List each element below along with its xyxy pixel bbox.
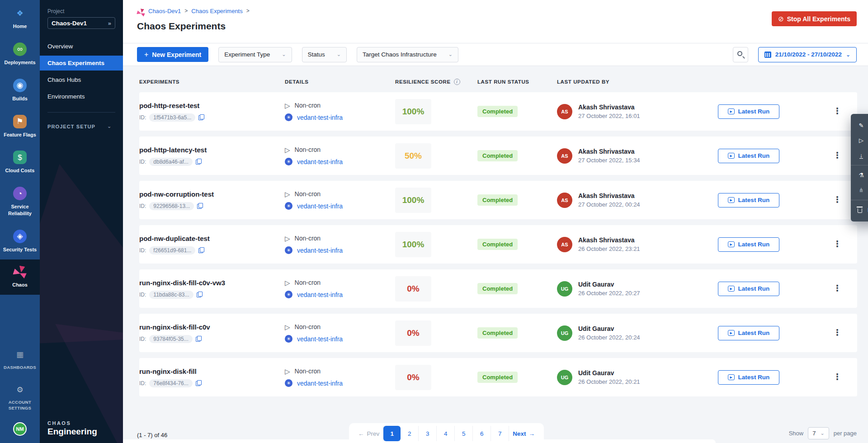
infrastructure-link[interactable]: vedant-test-infra [297, 380, 343, 387]
experiment-row: run-nginx-disk-fillID:76e8f434-76...▷Non… [139, 358, 857, 396]
page-button-3[interactable]: 3 [419, 426, 437, 441]
page-size-select[interactable]: 7 ⌄ [808, 427, 829, 439]
stop-all-experiments-button[interactable]: ⊘ Stop All Experiments [772, 11, 857, 26]
rail-item-label: Security Tests [3, 246, 37, 253]
page-button-5[interactable]: 5 [455, 426, 473, 441]
infrastructure-link[interactable]: vedant-test-infra [297, 291, 343, 298]
new-experiment-button[interactable]: + New Experiment [137, 47, 208, 62]
infrastructure-link[interactable]: vedant-test-infra [297, 247, 343, 254]
copy-icon[interactable] [196, 380, 201, 386]
rail-item-cloud-costs[interactable]: $Cloud Costs [0, 144, 40, 180]
copy-icon[interactable] [196, 336, 201, 342]
latest-run-button[interactable]: ▶Latest Run [718, 193, 779, 207]
menu-item-run-experiment[interactable]: Run Experiment [851, 133, 868, 148]
row-menu-button[interactable]: ⋮ [817, 375, 857, 379]
rail-item-chaos[interactable]: Chaos [0, 259, 40, 295]
search-button[interactable] [733, 47, 748, 62]
column-header-last-updated-by: LAST UPDATED BY [557, 79, 718, 85]
page-button-4[interactable]: 4 [437, 426, 455, 441]
rail-item-security-tests[interactable]: ◈Security Tests [0, 223, 40, 259]
experiment-name[interactable]: pod-nw-duplicate-test [139, 235, 285, 242]
avatar: UG [557, 370, 572, 385]
updated-at: 26 October 2022, 23:21 [578, 245, 640, 252]
menu-item-edit-experiment[interactable]: Edit Experiment [851, 118, 868, 133]
infrastructure-link[interactable]: vedant-test-infra [297, 203, 343, 210]
rail-item-deployments[interactable]: ∞Deployments [0, 36, 40, 72]
user-avatar[interactable]: NM [13, 422, 27, 436]
page-button-7[interactable]: 7 [491, 426, 509, 441]
experiment-name[interactable]: run-nginx-disk-fill [139, 368, 285, 375]
menu-item-delete-experiment[interactable]: Delete Experiment [851, 203, 868, 217]
filter-status[interactable]: Status⌄ [302, 47, 347, 62]
run-view-icon: ▶ [728, 286, 735, 292]
page-button-1[interactable]: 1 [383, 426, 401, 441]
menu-item-add-to-chaos-hub[interactable]: Add to Chaos Hub [851, 168, 868, 183]
rail-item-dashboards[interactable]: ▦DASHBOARDS [0, 342, 40, 377]
breadcrumb-link[interactable]: Chaos Experiments [191, 8, 242, 14]
infrastructure-link[interactable]: vedant-test-infra [297, 114, 343, 121]
rail-item-label: Service Reliability [1, 203, 39, 217]
experiment-name[interactable]: pod-http-reset-test [139, 102, 285, 109]
page-title: Chaos Experiments [137, 21, 854, 32]
sidebar-item-chaos-experiments[interactable]: Chaos Experiments [40, 56, 123, 71]
copy-icon[interactable] [198, 247, 203, 253]
latest-run-button[interactable]: ▶Latest Run [718, 326, 779, 340]
updated-by-name: Udit Gaurav [578, 325, 640, 332]
copy-icon[interactable] [196, 159, 201, 165]
copy-icon[interactable] [197, 292, 202, 297]
non-cron-icon: ▷ [285, 235, 290, 242]
copy-icon[interactable] [197, 203, 202, 209]
rail-item-feature-flags[interactable]: ⚑Feature Flags [0, 108, 40, 145]
sidebar-item-overview[interactable]: Overview [40, 39, 123, 54]
rail-item-service-reliability[interactable]: ◔Service Reliability [0, 180, 40, 223]
latest-run-button[interactable]: ▶Latest Run [718, 149, 779, 163]
row-menu-button[interactable]: ⋮ [817, 242, 857, 246]
experiment-name[interactable]: pod-nw-corruption-test [139, 190, 285, 198]
sidebar-item-chaos-hubs[interactable]: Chaos Hubs [40, 72, 123, 87]
page-button-6[interactable]: 6 [473, 426, 491, 441]
latest-run-button[interactable]: ▶Latest Run [718, 104, 779, 119]
breadcrumb-link[interactable]: Chaos-Dev1 [148, 8, 181, 14]
sidebar-item-environments[interactable]: Environments [40, 89, 123, 104]
pagination-bar: (1 - 7) of 46 ←Prev1234567Next→ Show 7 ⌄… [123, 422, 868, 443]
row-menu-button[interactable]: ⋮ [817, 286, 857, 291]
experiment-name[interactable]: run-nginx-disk-fill-c0v [139, 323, 285, 331]
id-label: ID: [139, 203, 146, 209]
latest-run-button[interactable]: ▶Latest Run [718, 282, 779, 296]
chevron-down-icon: ⌄ [282, 52, 286, 57]
chevron-down-icon: ⌄ [337, 52, 341, 57]
copy-icon[interactable] [198, 114, 203, 120]
dashboards-icon: ▦ [13, 348, 27, 362]
menu-item-download-experiment[interactable]: Download Experiment [851, 148, 868, 163]
latest-run-button[interactable]: ▶Latest Run [718, 370, 779, 385]
service-reliability-icon: ◔ [13, 187, 27, 200]
latest-run-button[interactable]: ▶Latest Run [718, 237, 779, 252]
experiment-name[interactable]: pod-http-latency-test [139, 146, 285, 154]
pipeline-icon [858, 187, 865, 193]
project-setup-toggle[interactable]: PROJECT SETUP ⌄ [47, 123, 115, 129]
project-selector[interactable]: Chaos-Dev1 » [47, 17, 115, 29]
date-range-picker[interactable]: 21/10/2022 - 27/10/2022 ⌄ [758, 47, 857, 62]
experiment-name[interactable]: run-nginx-disk-fill-c0v-vw3 [139, 279, 285, 287]
info-icon[interactable]: i [454, 79, 460, 85]
chaos-watermark [52, 274, 123, 443]
updated-by-name: Akash Shrivastava [578, 236, 640, 244]
infrastructure-link[interactable]: vedant-test-infra [297, 158, 343, 165]
schedule-type: Non-cron [295, 102, 321, 109]
row-menu-button[interactable]: ⋮ [817, 109, 857, 113]
experiment-id: db8d6a46-af... [149, 158, 192, 166]
infrastructure-link[interactable]: vedant-test-infra [297, 335, 343, 343]
filter-target-chaos-infrastructure[interactable]: Target Chaos Infrastructure⌄ [357, 47, 458, 62]
rail-item-home[interactable]: ❖Home [0, 0, 40, 36]
resilience-score: 100% [395, 99, 431, 124]
expand-project-icon[interactable]: » [108, 20, 111, 27]
prev-page-button[interactable]: ←Prev [354, 426, 383, 441]
status-badge: Completed [477, 283, 518, 294]
rail-item-builds[interactable]: ◉Builds [0, 72, 40, 108]
status-badge: Completed [477, 372, 518, 383]
page-button-2[interactable]: 2 [401, 426, 419, 441]
rail-item-account-settings[interactable]: ⚙ACCOUNT SETTINGS [0, 377, 40, 418]
next-page-button[interactable]: Next→ [509, 426, 538, 441]
filter-experiment-type[interactable]: Experiment Type⌄ [218, 47, 292, 62]
row-menu-button[interactable]: ⋮ [817, 330, 857, 335]
